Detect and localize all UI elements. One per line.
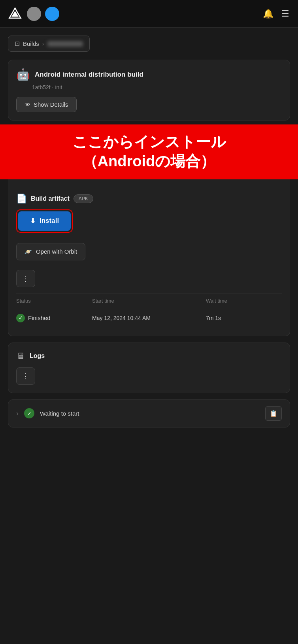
install-icon: ⬇: [30, 217, 36, 225]
artifact-title: Build artifact: [31, 195, 70, 202]
builds-label[interactable]: Builds: [23, 40, 39, 47]
builds-icon: ⊡: [15, 40, 20, 47]
artifact-card: 📄 Build artifact APK ⬇ Install 🪐 Open wi…: [8, 179, 290, 336]
install-button[interactable]: ⬇ Install: [18, 211, 71, 231]
artifact-header: 📄 Build artifact APK: [16, 194, 282, 204]
waiting-text: Waiting to start: [40, 410, 260, 417]
avatar-gray: [27, 7, 41, 21]
apk-badge: APK: [74, 194, 93, 203]
show-details-label: Show Details: [34, 101, 68, 108]
android-icon: 🤖: [16, 68, 30, 81]
build-info-header: 🤖 Android internal distribution build: [16, 68, 282, 81]
logs-more-button[interactable]: ⋮: [16, 367, 35, 385]
logs-header: 🖥 Logs: [16, 351, 282, 361]
status-cell: ✓ Finished: [16, 314, 92, 322]
red-banner: ここからインストール （Androidの場合）: [0, 124, 298, 179]
more-options-button[interactable]: ⋮: [16, 270, 35, 287]
menu-icon[interactable]: ☰: [281, 9, 290, 19]
breadcrumb[interactable]: ⊡ Builds ›: [8, 36, 90, 52]
col-wait-time-header: Wait time: [206, 298, 282, 304]
clipboard-icon[interactable]: 📋: [265, 406, 282, 421]
artifact-icon: 📄: [16, 194, 27, 204]
start-time-value: May 12, 2024 10:44 AM: [92, 315, 206, 321]
build-card: 🤖 Android internal distribution build 1a…: [8, 60, 290, 121]
orbit-label: Open with Orbit: [36, 248, 77, 255]
status-value: Finished: [28, 314, 51, 321]
show-details-button[interactable]: 👁 Show Details: [16, 97, 77, 112]
col-start-time-header: Start time: [92, 298, 206, 304]
logs-title: Logs: [30, 352, 45, 360]
install-label: Install: [40, 217, 59, 225]
breadcrumb-blurred-item: [47, 41, 83, 47]
status-table: Status Start time Wait time ✓ Finished M…: [16, 294, 282, 328]
bell-icon[interactable]: 🔔: [263, 9, 273, 19]
status-table-row: ✓ Finished May 12, 2024 10:44 AM 7m 1s: [16, 308, 282, 328]
avatar-blue: [45, 7, 59, 21]
install-btn-wrapper: ⬇ Install: [16, 209, 282, 237]
build-title: Android internal distribution build: [35, 71, 143, 79]
breadcrumb-separator: ›: [42, 41, 44, 47]
eye-icon: 👁: [25, 101, 30, 108]
logo-icon: [8, 7, 22, 21]
red-banner-line2: （Androidの場合）: [6, 152, 292, 171]
logs-more-icon: ⋮: [22, 372, 29, 380]
breadcrumb-section: ⊡ Builds ›: [0, 28, 298, 56]
col-status-header: Status: [16, 298, 92, 304]
header: 🔔 ☰: [0, 0, 298, 28]
orbit-icon: 🪐: [25, 248, 32, 255]
logs-icon: 🖥: [16, 351, 25, 361]
artifact-section: 📄 Build artifact APK ⬇ Install 🪐 Open wi…: [16, 187, 282, 287]
open-with-orbit-button[interactable]: 🪐 Open with Orbit: [16, 243, 85, 260]
waiting-check-icon: ✓: [24, 408, 34, 418]
build-subtitle: 1afb52f · init: [32, 84, 282, 90]
logs-card: 🖥 Logs ⋮: [8, 343, 290, 393]
finished-check-icon: ✓: [16, 314, 25, 322]
more-icon: ⋮: [22, 274, 29, 283]
red-banner-line1: ここからインストール: [6, 132, 292, 152]
wait-time-value: 7m 1s: [206, 315, 282, 321]
waiting-card[interactable]: › ✓ Waiting to start 📋: [8, 399, 290, 427]
chevron-right-icon: ›: [16, 409, 19, 418]
status-table-header: Status Start time Wait time: [16, 294, 282, 308]
